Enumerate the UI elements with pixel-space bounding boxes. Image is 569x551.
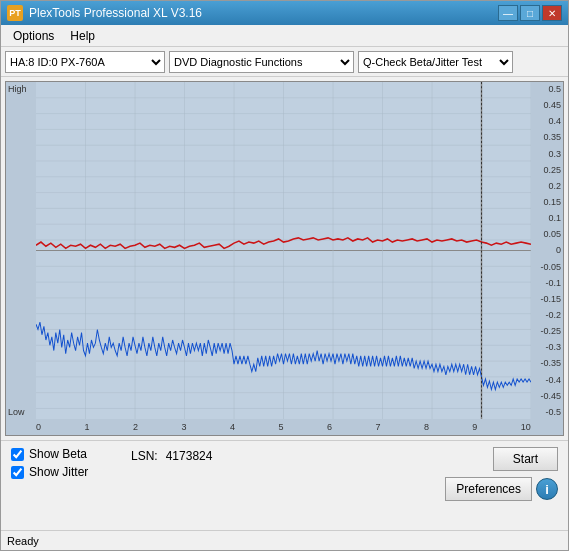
bottom-right-row2: Preferences i: [445, 477, 558, 501]
bottom-right: Start Preferences i: [445, 447, 558, 501]
y-axis-right: 0.5 0.45 0.4 0.35 0.3 0.25 0.2 0.15 0.1 …: [531, 82, 563, 419]
show-jitter-row: Show Jitter: [11, 465, 131, 479]
show-jitter-checkbox[interactable]: [11, 466, 24, 479]
start-button[interactable]: Start: [493, 447, 558, 471]
app-icon: PT: [7, 5, 23, 21]
bottom-panel: Show Beta Show Jitter LSN: 4173824 Start…: [1, 440, 568, 530]
info-button[interactable]: i: [536, 478, 558, 500]
chart-area: High Low 0.5 0.45 0.4 0.35 0.3 0.25 0.2 …: [5, 81, 564, 436]
menu-bar: Options Help: [1, 25, 568, 47]
y-low-label: Low: [8, 407, 25, 417]
minimize-button[interactable]: —: [498, 5, 518, 21]
lsn-value: 4173824: [166, 449, 213, 463]
chart-svg: [36, 82, 531, 419]
show-beta-label: Show Beta: [29, 447, 87, 461]
chart-plot: [36, 82, 531, 419]
title-bar-left: PT PlexTools Professional XL V3.16: [7, 5, 202, 21]
status-bar: Ready: [1, 530, 568, 550]
status-text: Ready: [7, 535, 39, 547]
lsn-label: LSN:: [131, 449, 158, 463]
toolbar: HA:8 ID:0 PX-760A DVD Diagnostic Functio…: [1, 47, 568, 77]
show-beta-checkbox[interactable]: [11, 448, 24, 461]
function-select[interactable]: DVD Diagnostic Functions: [169, 51, 354, 73]
menu-options[interactable]: Options: [5, 27, 62, 45]
preferences-button[interactable]: Preferences: [445, 477, 532, 501]
maximize-button[interactable]: □: [520, 5, 540, 21]
window-title: PlexTools Professional XL V3.16: [29, 6, 202, 20]
close-button[interactable]: ✕: [542, 5, 562, 21]
title-bar: PT PlexTools Professional XL V3.16 — □ ✕: [1, 1, 568, 25]
show-jitter-label: Show Jitter: [29, 465, 88, 479]
menu-help[interactable]: Help: [62, 27, 103, 45]
title-controls: — □ ✕: [498, 5, 562, 21]
show-beta-row: Show Beta: [11, 447, 131, 461]
drive-select[interactable]: HA:8 ID:0 PX-760A: [5, 51, 165, 73]
x-axis: 0 1 2 3 4 5 6 7 8 9 10: [36, 419, 531, 435]
main-window: PT PlexTools Professional XL V3.16 — □ ✕…: [0, 0, 569, 551]
y-high-label: High: [8, 84, 27, 94]
bottom-left: Show Beta Show Jitter: [11, 447, 131, 479]
bottom-middle: LSN: 4173824: [131, 447, 445, 463]
test-select[interactable]: Q-Check Beta/Jitter Test: [358, 51, 513, 73]
